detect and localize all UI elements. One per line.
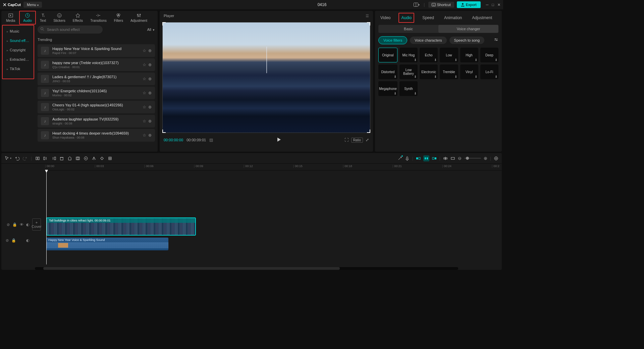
video-preview[interactable]	[162, 22, 370, 133]
cover-button[interactable]: +Cover	[32, 218, 41, 231]
inspector-tab-adjustment[interactable]: Adjustment	[470, 13, 494, 22]
favorite-icon[interactable]: ☆	[143, 119, 146, 123]
sound-item[interactable]: ♪Audience laughter applause TV(832259)st…	[38, 115, 155, 128]
ratio-button[interactable]: Ratio	[351, 138, 363, 143]
voice-filter-low[interactable]: Low⬇	[440, 48, 458, 62]
favorite-icon[interactable]: ☆	[143, 133, 146, 138]
pill-voice-filters[interactable]: Voice filters	[378, 36, 407, 44]
media-tab-audio[interactable]: Audio	[19, 11, 36, 24]
timeline-scrollbar[interactable]	[35, 267, 458, 270]
segment-voice-changer[interactable]: Voice changer	[438, 25, 498, 33]
lock-icon[interactable]: 🔒	[11, 238, 16, 243]
inspector-tab-speed[interactable]: Speed	[420, 13, 436, 22]
zoom-out-icon[interactable]: ⊖	[458, 156, 462, 161]
fit-tool[interactable]	[494, 156, 498, 161]
media-tab-filters[interactable]: Filters	[111, 11, 126, 24]
split-left-tool[interactable]	[43, 156, 48, 161]
voice-filter-mic-hog[interactable]: Mic Hog⬇	[399, 48, 418, 62]
pointer-tool[interactable]: ▾	[5, 156, 11, 161]
filter-icon[interactable]	[494, 38, 498, 43]
export-button[interactable]: Export	[457, 1, 481, 8]
snap-tool-3[interactable]	[432, 156, 437, 161]
redo-icon[interactable]	[23, 156, 28, 161]
voice-filter-megaphone[interactable]: Megaphone⬇	[378, 81, 397, 96]
add-icon[interactable]: ⊕	[148, 119, 152, 123]
sound-item[interactable]: ♪Yay! Energetic children(1011045)Morino …	[38, 87, 155, 99]
add-icon[interactable]: ⊕	[148, 91, 152, 95]
add-icon[interactable]: ⊕	[148, 62, 152, 67]
playhead[interactable]	[46, 170, 47, 264]
favorite-icon[interactable]: ☆	[143, 77, 146, 81]
sound-item[interactable]: ♪Cheers Yay 01-4 (high applause)(1492266…	[38, 101, 155, 113]
split-tool[interactable]	[35, 156, 40, 161]
voice-filter-electronic[interactable]: Electronic⬇	[420, 64, 438, 79]
zoom-in-icon[interactable]: ⊕	[484, 156, 487, 161]
shortcut-button[interactable]: Shortcut	[428, 2, 454, 8]
voice-filter-low-battery[interactable]: Low Battery⬇	[399, 64, 418, 79]
layout-icon[interactable]: ▾	[413, 2, 420, 8]
menu-button[interactable]: Menu ▾	[23, 2, 42, 8]
mute-icon[interactable]: ⊘	[7, 222, 10, 227]
voice-filter-distorted[interactable]: Distorted⬇	[378, 64, 397, 79]
delete-tool[interactable]	[59, 156, 64, 161]
voice-filter-lo-fi[interactable]: Lo-Fi⬇	[480, 64, 498, 79]
media-tab-stickers[interactable]: Stickers	[50, 11, 69, 24]
search-input[interactable]	[38, 26, 103, 34]
all-filter[interactable]: All ▼	[147, 28, 155, 32]
close-icon[interactable]: ✕	[497, 3, 500, 7]
media-tab-effects[interactable]: Effects	[69, 11, 86, 24]
undo-icon[interactable]	[15, 156, 19, 161]
sound-item[interactable]: ♪happy new year (Treble voice)(1037327)Q…	[38, 58, 155, 71]
marker-tool[interactable]	[67, 156, 72, 161]
maximize-icon[interactable]: □	[492, 3, 494, 7]
pill-speech-to-song[interactable]: Speech to song	[449, 37, 484, 44]
audio-clip[interactable]: Happy New Year Voice & Sparkling Sound	[46, 238, 168, 250]
visibility-icon[interactable]: 👁	[20, 222, 23, 227]
video-clip[interactable]: Tall buildings in cities refract light. …	[46, 217, 196, 236]
preview-tool[interactable]	[450, 156, 455, 161]
media-tab-adjustment[interactable]: Adjustment	[127, 11, 151, 24]
crop-tool[interactable]	[75, 156, 80, 161]
voice-filter-synth[interactable]: Synth⬇	[399, 81, 418, 96]
align-tool[interactable]	[443, 156, 448, 161]
timeline-ruler[interactable]: 00:0000:0300:0600:0900:1200:1500:1800:21…	[45, 164, 502, 170]
sound-item[interactable]: ♪Happy New Year Voice & Sparkling SoundR…	[38, 44, 155, 57]
play-button[interactable]	[276, 137, 281, 143]
lock-icon[interactable]: 🔒	[12, 222, 17, 227]
list-icon[interactable]: ▤	[209, 138, 213, 142]
favorite-icon[interactable]: ☆	[143, 105, 146, 109]
timeline-tracks[interactable]: Tall buildings in cities refract light. …	[45, 170, 502, 267]
reverse-tool[interactable]	[84, 156, 88, 161]
inspector-tab-audio[interactable]: Audio	[398, 13, 414, 23]
rotate-tool[interactable]	[100, 156, 104, 161]
voice-filter-original[interactable]: Original	[378, 48, 397, 62]
media-tab-text[interactable]: TIText	[37, 11, 49, 24]
sound-item[interactable]: ♪Heart docking 4 times deeper reverb(109…	[38, 129, 155, 142]
zoom-slider[interactable]	[464, 158, 481, 159]
magic-tool[interactable]	[397, 156, 402, 161]
minimize-icon[interactable]: ─	[486, 3, 489, 7]
mic-tool[interactable]	[405, 156, 410, 161]
category-sound-effe-[interactable]: Sound effe...	[4, 36, 32, 45]
favorite-icon[interactable]: ☆	[143, 91, 146, 95]
snap-tool-2[interactable]	[423, 155, 429, 161]
media-tab-media[interactable]: Media	[3, 11, 18, 24]
category-extracted-a-[interactable]: Extracted a...	[4, 55, 32, 64]
add-icon[interactable]: ⊕	[148, 105, 152, 109]
favorite-icon[interactable]: ☆	[143, 48, 146, 53]
media-tab-transitions[interactable]: Transitions	[87, 11, 110, 24]
inspector-tab-animation[interactable]: Animation	[442, 13, 464, 22]
add-icon[interactable]: ⊕	[148, 48, 152, 53]
voice-filter-deep[interactable]: Deep⬇	[480, 48, 498, 62]
freeze-tool[interactable]	[108, 156, 112, 161]
voice-filter-high[interactable]: High⬇	[460, 48, 478, 62]
toggle-icon[interactable]: ◐	[26, 238, 30, 243]
pill-voice-characters[interactable]: Voice characters	[410, 37, 446, 44]
snap-tool-1[interactable]	[416, 156, 421, 161]
inspector-tab-video[interactable]: Video	[378, 13, 392, 22]
favorite-icon[interactable]: ☆	[143, 62, 146, 67]
sound-item[interactable]: ♪Ladies & gentlemen! !! / Jingle(873071)…	[38, 72, 155, 85]
voice-filter-tremble[interactable]: Tremble⬇	[440, 64, 458, 79]
category-copyright[interactable]: Copyright	[4, 46, 32, 54]
fullscreen-icon[interactable]: ⤢	[366, 138, 369, 142]
